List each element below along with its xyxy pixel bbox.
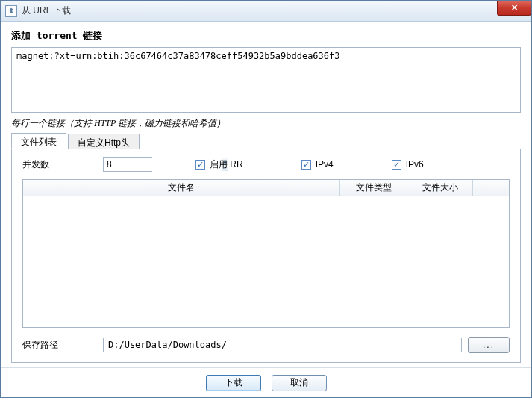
dialog-footer: 下载 取消 xyxy=(1,367,531,397)
dialog-content: 添加 torrent 链接 magnet:?xt=urn:btih:36c674… xyxy=(1,22,531,367)
col-filetype[interactable]: 文件类型 xyxy=(340,180,407,196)
ipv4-option: IPv4 xyxy=(301,159,334,170)
dialog-window: ⬍ 从 URL 下载 ✕ 添加 torrent 链接 magnet:?xt=ur… xyxy=(0,0,532,398)
section-heading: 添加 torrent 链接 xyxy=(11,29,521,43)
tab-bar: 文件列表 自定义Http头 xyxy=(11,133,521,149)
col-filename[interactable]: 文件名 xyxy=(23,180,340,196)
tab-http-headers[interactable]: 自定义Http头 xyxy=(68,134,140,149)
table-header: 文件名 文件类型 文件大小 xyxy=(23,180,509,196)
window-title: 从 URL 下载 xyxy=(22,4,71,17)
col-extra[interactable] xyxy=(473,180,509,196)
ipv4-checkbox[interactable] xyxy=(301,160,311,170)
save-path-input[interactable] xyxy=(103,338,462,352)
enable-rr-option: 启用 RR xyxy=(195,158,243,171)
table-body xyxy=(23,196,509,327)
ipv6-checkbox[interactable] xyxy=(392,160,401,170)
save-row: 保存路径 ... xyxy=(22,337,510,353)
url-textarea[interactable]: magnet:?xt=urn:btih:36c67464c37a83478cef… xyxy=(11,47,521,113)
ipv6-label: IPv6 xyxy=(406,159,424,170)
save-path-label: 保存路径 xyxy=(22,339,103,352)
close-icon: ✕ xyxy=(511,3,518,13)
cancel-button[interactable]: 取消 xyxy=(272,375,327,391)
download-button[interactable]: 下载 xyxy=(206,375,261,391)
tab-file-list[interactable]: 文件列表 xyxy=(11,133,66,149)
enable-rr-checkbox[interactable] xyxy=(195,160,205,170)
close-button[interactable]: ✕ xyxy=(497,1,531,16)
concurrency-stepper[interactable]: ▲ ▼ xyxy=(103,157,152,172)
app-icon: ⬍ xyxy=(5,5,17,17)
ipv6-option: IPv6 xyxy=(392,159,424,170)
ipv4-label: IPv4 xyxy=(316,159,334,170)
browse-button[interactable]: ... xyxy=(468,337,510,353)
tab-panel-file-list: 并发数 ▲ ▼ 启用 RR IPv4 xyxy=(11,149,521,363)
hint-text: 每行一个链接（支持 HTTP 链接，磁力链接和哈希值） xyxy=(11,117,521,130)
titlebar: ⬍ 从 URL 下载 ✕ xyxy=(1,1,531,22)
col-filesize[interactable]: 文件大小 xyxy=(407,180,473,196)
concurrency-label: 并发数 xyxy=(22,158,103,171)
enable-rr-label: 启用 RR xyxy=(210,158,243,171)
options-row: 并发数 ▲ ▼ 启用 RR IPv4 xyxy=(22,157,510,172)
file-table: 文件名 文件类型 文件大小 xyxy=(22,179,510,328)
